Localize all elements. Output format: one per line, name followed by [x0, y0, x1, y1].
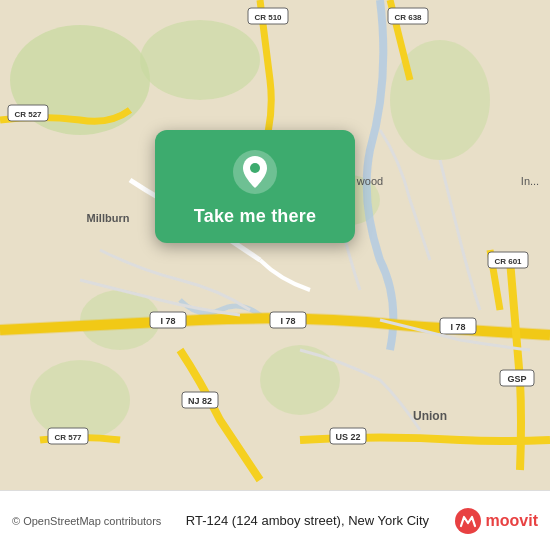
- svg-text:wood: wood: [356, 175, 383, 187]
- svg-text:CR 577: CR 577: [54, 433, 82, 442]
- svg-text:Millburn: Millburn: [87, 212, 130, 224]
- moovit-brand-text: moovit: [486, 512, 538, 530]
- svg-text:CR 527: CR 527: [14, 110, 42, 119]
- take-me-there-label: Take me there: [194, 206, 316, 227]
- svg-text:GSP: GSP: [507, 374, 526, 384]
- svg-point-36: [455, 508, 481, 534]
- svg-text:CR 601: CR 601: [494, 257, 522, 266]
- svg-point-7: [260, 345, 340, 415]
- svg-text:I 78: I 78: [160, 316, 175, 326]
- svg-point-2: [140, 20, 260, 100]
- moovit-brand-icon: [454, 507, 482, 535]
- svg-point-35: [250, 163, 260, 173]
- take-me-there-card[interactable]: Take me there: [155, 130, 355, 243]
- svg-text:NJ 82: NJ 82: [188, 396, 212, 406]
- destination-title: RT-124 (124 amboy street), New York City: [161, 513, 453, 528]
- svg-text:I 78: I 78: [450, 322, 465, 332]
- svg-text:US 22: US 22: [335, 432, 360, 442]
- map-attribution: © OpenStreetMap contributors: [12, 515, 161, 527]
- svg-text:I 78: I 78: [280, 316, 295, 326]
- footer-bar: © OpenStreetMap contributors RT-124 (124…: [0, 490, 550, 550]
- svg-text:Union: Union: [413, 409, 447, 423]
- map-container: I 78 I 78 I 78 NJ 82 US 22 GSP CR 527 CR…: [0, 0, 550, 490]
- moovit-logo: moovit: [454, 507, 538, 535]
- svg-text:In...: In...: [521, 175, 539, 187]
- svg-text:CR 510: CR 510: [254, 13, 282, 22]
- location-pin-icon: [231, 148, 279, 196]
- svg-text:CR 638: CR 638: [394, 13, 422, 22]
